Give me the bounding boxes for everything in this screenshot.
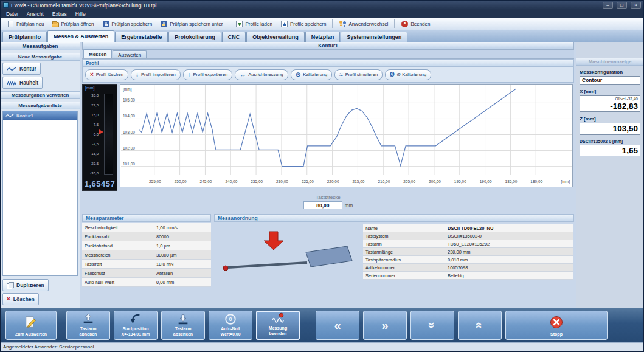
svg-text:-205,00: -205,00: [402, 179, 415, 184]
chevrons-left-icon: «: [334, 313, 341, 337]
row-label: Tastsystem: [363, 232, 445, 240]
button-label: absenken: [173, 331, 193, 337]
menu-datei[interactable]: Datei: [2, 11, 23, 17]
subtab-auswerten[interactable]: Auswerten: [113, 50, 147, 58]
close-button[interactable]: ×: [631, 2, 641, 9]
prufplan-speichern-button[interactable]: Prüfplan speichern: [99, 19, 156, 29]
prufplan-speichern-unter-button[interactable]: Prüfplan speichern unter: [156, 19, 226, 29]
ausrichtmessung-button[interactable]: ↔Ausrichtmessung: [235, 69, 288, 80]
chevrons-up-icon: «: [468, 322, 492, 328]
chevrons-down-icon: »: [420, 322, 445, 328]
svg-text:104,00: 104,00: [123, 114, 135, 118]
maximize-button[interactable]: □: [617, 2, 627, 9]
menu-extras[interactable]: Extras: [48, 11, 71, 17]
jog-right-button[interactable]: »: [363, 311, 407, 340]
profile-laden-button[interactable]: Profile laden: [232, 19, 275, 29]
tab-systemeinstellungen[interactable]: Systemeinstellungen: [341, 32, 407, 42]
row-value: 80000: [154, 232, 211, 241]
tastarm-absenken-button[interactable]: Tastarmabsenken: [161, 311, 205, 340]
return-arrow-icon: [129, 312, 142, 326]
messparameter-header: Messparameter: [82, 214, 211, 222]
beenden-button[interactable]: Beenden: [397, 19, 434, 29]
chart-row: [mm] 30,022,515,07,50,0-7,5-15,0-22,5-30…: [82, 84, 574, 191]
prufplan-neu-button[interactable]: Prüfplan neu: [3, 19, 47, 29]
x-value: -182,83: [582, 102, 638, 111]
profil-simulieren-button[interactable]: ≈Profil simulieren: [334, 69, 383, 80]
app-icon: [3, 2, 9, 8]
profil-loschen-button[interactable]: ×Profil löschen: [85, 69, 128, 80]
deflection-scale-label: -30,0: [84, 171, 99, 175]
deflection-scale-label: -7,5: [84, 142, 99, 146]
kontur-button[interactable]: Kontur: [2, 63, 41, 75]
duplizieren-button[interactable]: Duplizieren: [2, 279, 49, 291]
zum-auswerten-button[interactable]: Zum Auswerten: [5, 311, 57, 340]
tab-prufplaninfo[interactable]: Prüfplaninfo: [2, 32, 47, 42]
profile-speichern-button[interactable]: Profile speichern: [277, 19, 330, 29]
jog-down-button[interactable]: »: [410, 311, 454, 340]
toolbar-button-label: Beenden: [410, 21, 430, 27]
anwenderwechsel-button[interactable]: Anwenderwechsel: [335, 19, 392, 29]
new-task-header: Neue Messaufgabe: [1, 53, 80, 61]
logged-in-user: Angemeldeter Anwender: Servicepersonal: [3, 344, 94, 350]
list-item-kontur1[interactable]: Kontur1: [3, 111, 77, 120]
button-label: Rauheit: [19, 80, 38, 86]
taststrecke-input[interactable]: 80,00: [303, 201, 342, 209]
row-value: 10057698: [445, 264, 573, 271]
minimize-button[interactable]: –: [603, 2, 613, 9]
arm-up-icon: [81, 312, 95, 326]
tab-cnc[interactable]: CNC: [222, 32, 246, 42]
startposition-button[interactable]: StartpositionX=-134,01 mm: [114, 311, 158, 340]
messanordnung-table: NameDSCII TD60 EL20_NUTastsystemDSCII#13…: [363, 224, 573, 280]
row-label: Tastarmlänge: [363, 248, 445, 255]
row-label: Fallschutz: [82, 269, 154, 277]
messkonfiguration-select[interactable]: Contour: [580, 76, 640, 85]
stopp-button[interactable]: Stopp: [505, 311, 608, 340]
toolbar-button-label: Prüfplan öffnen: [61, 21, 94, 27]
messkonfiguration-label: Messkonfiguration: [580, 69, 640, 75]
button-label: Auto-Null: [221, 326, 240, 331]
tab-ergebnistabelle[interactable]: Ergebnistabelle: [115, 32, 168, 42]
task-list-header: Messaufgabenliste: [1, 102, 80, 109]
menu-ansicht[interactable]: Ansicht: [23, 11, 48, 17]
tastarm-abheben-button[interactable]: Tastarmabheben: [66, 311, 110, 340]
list-item-label: Kontur1: [16, 113, 33, 119]
button-label: Ø-Kalibrierung: [397, 72, 426, 77]
z-value: 103,50: [582, 124, 638, 134]
deflection-panel: [mm] 30,022,515,07,50,0-7,5-15,0-22,5-30…: [82, 84, 117, 191]
svg-text:-195,00: -195,00: [453, 179, 466, 184]
prufplan-offnen-button[interactable]: Prüfplan öffnen: [48, 19, 97, 29]
align-icon: ↔: [240, 72, 246, 78]
taststrecke-unit: mm: [345, 202, 353, 208]
svg-text:-255,00: -255,00: [148, 179, 161, 184]
machine-panel: Maschinenanzeige Messkonfiguration Conto…: [576, 42, 643, 308]
button-label: Zum Auswerten: [15, 331, 47, 337]
subtab-messen[interactable]: Messen: [83, 49, 112, 58]
tab-objektverwaltung[interactable]: Objektverwaltung: [246, 32, 305, 42]
import-icon: ↓: [136, 72, 139, 78]
kalibrierung-button[interactable]: ØØ-Kalibrierung: [385, 69, 431, 80]
profil-exportieren-button[interactable]: ↑Profil exportieren: [183, 69, 233, 80]
messung-beenden-button[interactable]: Messungbeenden: [256, 311, 300, 340]
tab-messen-auswerten[interactable]: Messen & Auswerten: [47, 30, 114, 42]
toolbar-button-label: Prüfplan speichern unter: [170, 21, 223, 27]
kalibrierung-button[interactable]: ⊙Kalibrierung: [291, 69, 332, 80]
tab-netzplan[interactable]: Netzplan: [305, 32, 341, 42]
rauheit-button[interactable]: Rauheit: [2, 77, 43, 89]
loschen-button[interactable]: ×Löschen: [2, 293, 39, 305]
jog-up-button[interactable]: «: [458, 311, 502, 340]
title-bar: Evovis - C:\Hommel-Etamic\EVOVIS\Prüfplä…: [1, 1, 643, 10]
jog-left-button[interactable]: «: [316, 311, 359, 340]
tab-protokollierung[interactable]: Protokollierung: [168, 32, 221, 42]
file-new-icon: [8, 21, 13, 27]
deflection-scale-label: -22,5: [84, 162, 99, 165]
table-row: Messbereich30000 µm: [82, 250, 211, 260]
button-label: Profil löschen: [96, 72, 123, 77]
button-label: Tastarm: [175, 326, 192, 331]
profil-importieren-button[interactable]: ↓Profil importieren: [131, 69, 181, 80]
messaufgaben-listbox[interactable]: Kontur1: [2, 111, 78, 276]
row-label: Punktanzahl: [82, 232, 154, 241]
menu-hilfe[interactable]: Hilfe: [71, 11, 90, 17]
auto-null-button[interactable]: 0Auto-NullWert=0,00: [209, 311, 252, 340]
deflection-scale-label: -15,0: [84, 152, 99, 156]
button-label: Messung: [269, 325, 287, 331]
